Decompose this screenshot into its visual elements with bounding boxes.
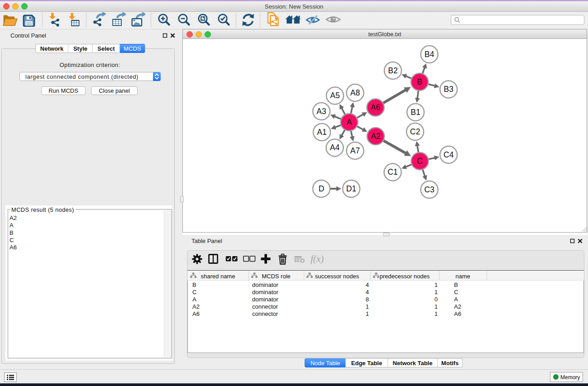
- svg-text:C3: C3: [424, 185, 434, 194]
- svg-text:A4: A4: [330, 143, 340, 152]
- svg-text:A5: A5: [330, 91, 339, 100]
- svg-text:B4: B4: [425, 50, 435, 59]
- svg-text:C1: C1: [387, 167, 397, 176]
- svg-text:A8: A8: [350, 88, 360, 97]
- svg-text:D1: D1: [346, 184, 356, 193]
- svg-text:A2: A2: [371, 132, 380, 141]
- svg-text:A1: A1: [317, 128, 326, 137]
- svg-text:C: C: [417, 157, 423, 166]
- svg-text:B2: B2: [388, 66, 397, 75]
- svg-text:D: D: [319, 184, 325, 193]
- svg-text:B: B: [417, 77, 422, 86]
- svg-text:A3: A3: [316, 107, 326, 116]
- svg-text:C4: C4: [444, 150, 454, 159]
- svg-text:B1: B1: [411, 108, 420, 117]
- svg-text:C2: C2: [410, 127, 420, 136]
- svg-text:A7: A7: [350, 146, 360, 155]
- svg-text:A: A: [347, 118, 352, 127]
- svg-text:B3: B3: [444, 85, 453, 94]
- svg-text:A6: A6: [371, 103, 380, 112]
